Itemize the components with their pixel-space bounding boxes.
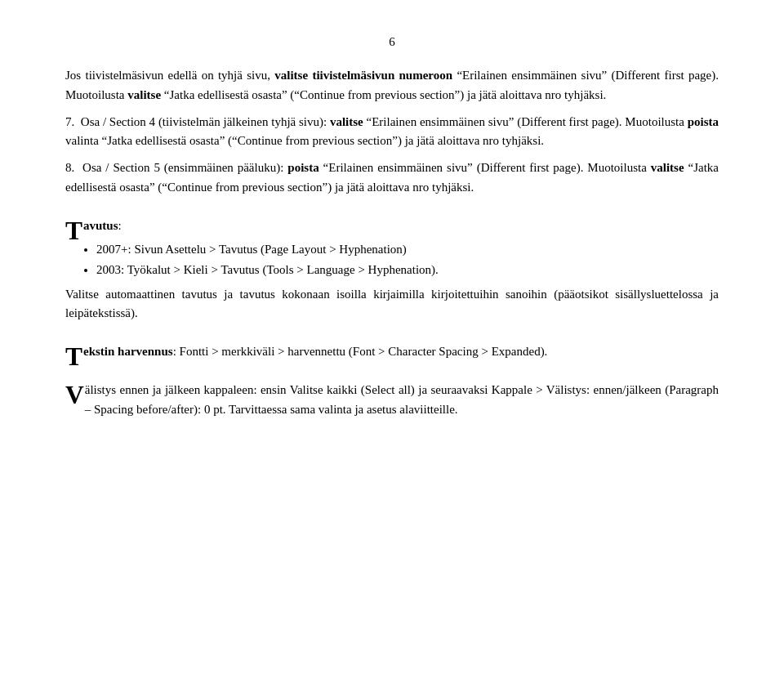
tavutus-heading: Tavutus: — [65, 216, 719, 235]
section-tavutus: Tavutus: 2007+: Sivun Asettelu > Tavutus… — [65, 216, 719, 323]
bold-text-4: poista — [688, 115, 719, 128]
paragraph-2: 7. Osa / Section 4 (tiivistelmän jälkein… — [65, 113, 719, 151]
bold-text-3: valitse — [330, 115, 363, 128]
drop-cap-V-valistys: V — [65, 382, 84, 408]
bold-text-6: valitse — [651, 161, 684, 174]
section-tekstin-harvennus: Tekstin harvennus: Fontti > merkkiväli >… — [65, 342, 719, 361]
bold-text: valitse tiivistelmäsivun numeroon — [274, 69, 452, 82]
list-item: 2007+: Sivun Asettelu > Tavutus (Page La… — [96, 240, 719, 259]
section-valistys: Välistys ennen ja jälkeen kappaleen: ens… — [65, 381, 719, 419]
tekstin-harvennus-heading: Tekstin harvennus: Fontti > merkkiväli >… — [65, 342, 719, 361]
tavutus-heading-rest: avutus — [83, 219, 118, 232]
bold-text-2: valitse — [127, 88, 161, 101]
tavutus-bullet-list: 2007+: Sivun Asettelu > Tavutus (Page La… — [96, 240, 719, 280]
drop-cap-T-tavutus: T — [65, 218, 82, 244]
valistys-para: Välistys ennen ja jälkeen kappaleen: ens… — [65, 381, 719, 419]
tavutus-para: Valitse automaattinen tavutus ja tavutus… — [65, 285, 719, 324]
page-container: 6 Jos tiivistelmäsivun edellä on tyhjä s… — [0, 0, 784, 674]
drop-cap-T-tekstin: T — [65, 344, 82, 370]
tekstin-heading-rest: ekstin harvennus — [83, 345, 173, 358]
page-number: 6 — [65, 33, 719, 51]
valistys-text: älistys ennen ja jälkeen kappaleen: ensi… — [85, 383, 719, 415]
paragraph-3: 8. Osa / Section 5 (ensimmäinen pääluku)… — [65, 158, 719, 197]
bold-text-5: poista — [287, 161, 318, 174]
list-item: 2003: Työkalut > Kieli > Tavutus (Tools … — [96, 261, 719, 279]
paragraph-1: Jos tiivistelmäsivun edellä on tyhjä siv… — [65, 66, 719, 105]
